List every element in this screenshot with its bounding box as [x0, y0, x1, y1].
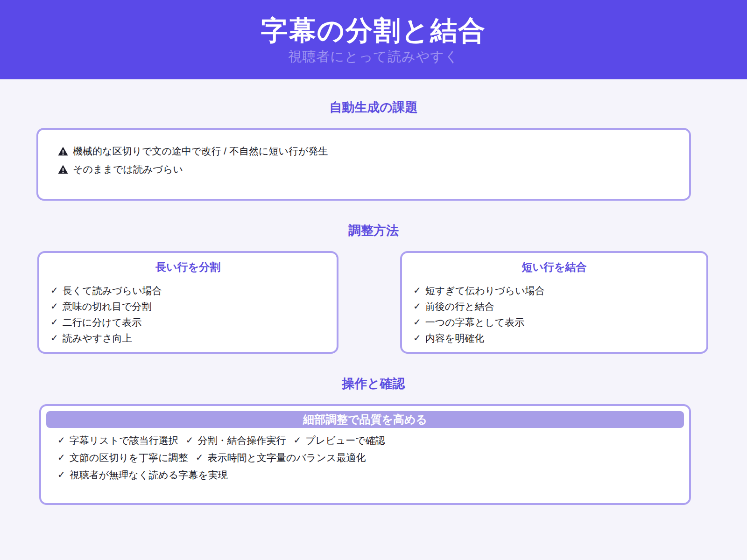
list-item: ✓ 意味の切れ目で分割 — [50, 301, 327, 311]
check-icon: ✓ — [294, 435, 302, 445]
list-item-text: 短すぎて伝わりづらい場合 — [425, 286, 545, 295]
warning-item: そのままでは読みづらい — [58, 162, 669, 176]
check-icon: ✓ — [57, 453, 65, 462]
check-icon: ✓ — [50, 286, 58, 295]
operation-item-text: 視聴者が無理なく読める字幕を実現 — [70, 470, 228, 480]
check-icon: ✓ — [50, 333, 58, 343]
list-item: ✓ 内容を明確化 — [413, 333, 697, 343]
check-icon: ✓ — [57, 435, 65, 445]
list-item-text: 読みやすさ向上 — [63, 333, 132, 343]
check-icon: ✓ — [186, 435, 194, 445]
operation-item: ✓ 表示時間と文字量のバランス最適化 — [196, 453, 366, 462]
operation-item: ✓ 分割・結合操作実行 — [186, 435, 286, 445]
list-item-text: 一つの字幕として表示 — [425, 317, 524, 327]
list-item: ✓ 二行に分けて表示 — [50, 317, 327, 327]
check-icon: ✓ — [413, 301, 421, 311]
card-item-list: ✓ 長くて読みづらい場合 ✓ 意味の切れ目で分割 ✓ 二行に分けて表示 ✓ 読み… — [49, 286, 327, 343]
operation-item-text: 字幕リストで該当行選択 — [70, 435, 178, 445]
section-heading-challenges: 自動生成の課題 — [0, 98, 747, 117]
check-icon: ✓ — [50, 317, 58, 327]
list-item-text: 前後の行と結合 — [425, 301, 494, 311]
operations-line: ✓ 字幕リストで該当行選択 ✓ 分割・結合操作実行 ✓ プレビューで確認 — [57, 435, 684, 445]
list-item-text: 長くて読みづらい場合 — [63, 286, 162, 295]
warning-icon — [58, 165, 68, 174]
operations-line: ✓ 文節の区切りを丁寧に調整 ✓ 表示時間と文字量のバランス最適化 — [57, 453, 684, 462]
warning-item: 機械的な区切りで文の途中で改行 / 不自然に短い行が発生 — [58, 144, 669, 158]
method-cards-row: 長い行を分割 ✓ 長くて読みづらい場合 ✓ 意味の切れ目で分割 ✓ 二行に分けて… — [37, 251, 710, 354]
operation-item-text: 分割・結合操作実行 — [198, 435, 286, 445]
split-long-lines-card: 長い行を分割 ✓ 長くて読みづらい場合 ✓ 意味の切れ目で分割 ✓ 二行に分けて… — [37, 251, 338, 354]
card-title: 短い行を結合 — [411, 259, 697, 274]
challenges-box: 機械的な区切りで文の途中で改行 / 不自然に短い行が発生 そのままでは読みづらい — [36, 128, 691, 201]
list-item: ✓ 短すぎて伝わりづらい場合 — [413, 286, 697, 295]
operation-item-text: プレビューで確認 — [305, 435, 385, 445]
operations-lines: ✓ 字幕リストで該当行選択 ✓ 分割・結合操作実行 ✓ プレビューで確認 ✓ 文… — [46, 428, 684, 480]
check-icon: ✓ — [413, 317, 421, 327]
page-subtitle: 視聴者にとって読みやすく — [0, 50, 747, 63]
section-heading-operations: 操作と確認 — [0, 374, 747, 393]
list-item-text: 内容を明確化 — [425, 333, 485, 343]
list-item: ✓ 前後の行と結合 — [413, 301, 697, 311]
check-icon: ✓ — [196, 453, 204, 462]
page-title: 字幕の分割と結合 — [0, 0, 747, 44]
operation-item-text: 表示時間と文字量のバランス最適化 — [208, 453, 366, 462]
list-item: ✓ 長くて読みづらい場合 — [50, 286, 327, 295]
check-icon: ✓ — [57, 470, 65, 480]
list-item-text: 二行に分けて表示 — [63, 317, 141, 327]
operation-item: ✓ プレビューで確認 — [294, 435, 385, 445]
section-heading-methods: 調整方法 — [0, 221, 747, 240]
card-title: 長い行を分割 — [49, 259, 327, 274]
operations-box: 細部調整で品質を高める ✓ 字幕リストで該当行選択 ✓ 分割・結合操作実行 ✓ … — [39, 404, 691, 505]
page-header: 字幕の分割と結合 視聴者にとって読みやすく — [0, 0, 747, 79]
list-item: ✓ 一つの字幕として表示 — [413, 317, 697, 327]
check-icon: ✓ — [413, 333, 421, 343]
card-item-list: ✓ 短すぎて伝わりづらい場合 ✓ 前後の行と結合 ✓ 一つの字幕として表示 ✓ … — [411, 286, 697, 343]
warning-icon — [58, 147, 68, 156]
operations-line: ✓ 視聴者が無理なく読める字幕を実現 — [57, 470, 684, 480]
operation-item: ✓ 字幕リストで該当行選択 — [57, 435, 178, 445]
content: 自動生成の課題 機械的な区切りで文の途中で改行 / 不自然に短い行が発生 その — [0, 98, 747, 505]
warning-text: 機械的な区切りで文の途中で改行 / 不自然に短い行が発生 — [73, 144, 328, 158]
operation-item: ✓ 視聴者が無理なく読める字幕を実現 — [57, 470, 228, 480]
merge-short-lines-card: 短い行を結合 ✓ 短すぎて伝わりづらい場合 ✓ 前後の行と結合 ✓ 一つの字幕と… — [400, 251, 708, 354]
list-item: ✓ 読みやすさ向上 — [50, 333, 327, 343]
operation-item: ✓ 文節の区切りを丁寧に調整 — [57, 453, 188, 462]
list-item-text: 意味の切れ目で分割 — [63, 301, 151, 311]
check-icon: ✓ — [413, 286, 421, 295]
warning-text: そのままでは読みづらい — [73, 162, 183, 176]
operation-item-text: 文節の区切りを丁寧に調整 — [70, 453, 188, 462]
operations-banner: 細部調整で品質を高める — [46, 411, 684, 428]
check-icon: ✓ — [50, 301, 58, 311]
